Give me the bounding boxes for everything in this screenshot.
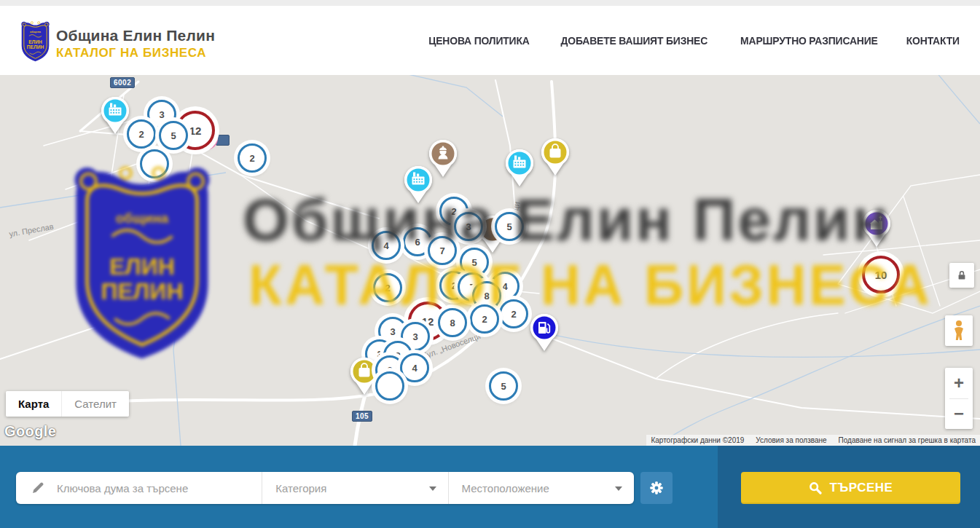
map-cluster-marker[interactable]: 3: [454, 212, 483, 241]
church-pin-marker[interactable]: [861, 209, 893, 248]
fuel-pin-marker[interactable]: [528, 313, 560, 352]
gear-icon: [648, 480, 665, 496]
map-cluster-marker[interactable]: [140, 149, 169, 178]
location-placeholder: Местоположение: [449, 482, 549, 494]
nav-pricing-policy[interactable]: ЦЕНОВА ПОЛИТИКА: [428, 34, 529, 47]
map-cluster-marker[interactable]: 4: [400, 353, 429, 382]
google-logo[interactable]: Google: [4, 423, 56, 440]
factory-pin-marker[interactable]: [503, 149, 536, 188]
map-cluster-marker[interactable]: 2: [127, 119, 156, 149]
map-cluster-marker[interactable]: 5: [495, 212, 524, 241]
search-button[interactable]: ТЪРСЕНЕ: [741, 472, 960, 504]
search-button-label: ТЪРСЕНЕ: [830, 481, 893, 495]
keyword-section: [16, 472, 262, 504]
site-title: Община Елин Пелин: [56, 26, 215, 45]
category-dropdown[interactable]: Категория: [262, 472, 447, 504]
chevron-down-icon: [429, 486, 436, 491]
map-cluster-marker[interactable]: 2: [470, 304, 499, 334]
map-cluster-marker[interactable]: 4: [372, 231, 401, 260]
map-cluster-marker[interactable]: 5: [489, 371, 518, 401]
zoom-in-button[interactable]: +: [945, 368, 973, 398]
map-cluster-marker[interactable]: 8: [438, 308, 467, 337]
google-map[interactable]: 6002105ул. Преславбул. „Новоселцици 1232…: [0, 75, 980, 446]
site-subtitle: КАТАЛОГ НА БИЗНЕСА: [56, 45, 215, 60]
attribution-copyright: Картографски данни ©2019: [651, 436, 744, 444]
brand-block[interactable]: Община Елин Пелин КАТАЛОГ НА БИЗНЕСА: [56, 26, 215, 61]
search-pill: Категория Местоположение: [16, 472, 634, 504]
map-cluster-marker[interactable]: 5: [159, 121, 188, 150]
header: община ЕЛИН ПЕЛИН Община Елин Пелин КАТА…: [0, 6, 980, 75]
nav-route-schedule[interactable]: МАРШРУТНО РАЗПИСАНИЕ: [740, 34, 878, 47]
crest-line1: ЕЛИН: [28, 39, 42, 44]
map-cluster-marker[interactable]: 2: [373, 273, 402, 302]
search-bar: Категория Местоположение ТЪРСЕНЕ: [0, 446, 980, 528]
advanced-settings-button[interactable]: [640, 472, 673, 504]
zoom-control: + −: [945, 368, 973, 429]
pegman-button[interactable]: [945, 315, 973, 346]
lock-icon: [956, 269, 968, 281]
pegman-icon: [952, 320, 966, 342]
lock-button[interactable]: [949, 263, 974, 288]
municipality-crest-logo[interactable]: община ЕЛИН ПЕЛИН: [18, 15, 52, 67]
factory-pin-marker[interactable]: [402, 165, 434, 205]
crest-word-obshtina: община: [30, 30, 42, 34]
location-dropdown[interactable]: Местоположение: [448, 472, 634, 504]
nav-contacts[interactable]: КОНТАКТИ: [906, 34, 960, 47]
factory-pin-marker[interactable]: [99, 96, 131, 135]
keyword-search-input[interactable]: [55, 481, 240, 495]
pencil-icon: [31, 481, 45, 495]
map-cluster-marker[interactable]: 7: [428, 236, 457, 265]
zoom-out-button[interactable]: −: [945, 399, 973, 430]
map-type-map-button[interactable]: Карта: [6, 391, 61, 417]
category-placeholder: Категория: [262, 482, 326, 494]
search-icon: [809, 481, 822, 494]
map-type-satellite-button[interactable]: Сателит: [61, 391, 129, 417]
attribution-report-error-link[interactable]: Подаване на сигнал за грешка в картата: [839, 436, 976, 444]
map-cluster-marker[interactable]: 2: [499, 299, 528, 328]
map-cluster-marker[interactable]: 10: [862, 256, 900, 293]
nav-add-your-business[interactable]: ДОБАВЕТЕ ВАШИЯТ БИЗНЕС: [561, 34, 708, 47]
map-type-control: Карта Сателит: [6, 391, 129, 417]
crest-line2: ПЕЛИН: [27, 44, 44, 50]
chevron-down-icon: [615, 486, 622, 491]
bag-pin-marker[interactable]: [539, 138, 571, 177]
map-cluster-marker[interactable]: [375, 371, 404, 401]
map-cluster-marker[interactable]: 2: [238, 143, 267, 173]
attribution-terms-link[interactable]: Условия за ползване: [756, 436, 826, 444]
map-markers-layer: 12325223564752274822128333834510: [0, 75, 980, 446]
map-attribution: Картографски данни ©2019 Условия за полз…: [646, 435, 980, 446]
top-strip: [0, 0, 980, 6]
main-nav: ЦЕНОВА ПОЛИТИКА ДОБАВЕТЕ ВАШИЯТ БИЗНЕС М…: [425, 6, 962, 75]
